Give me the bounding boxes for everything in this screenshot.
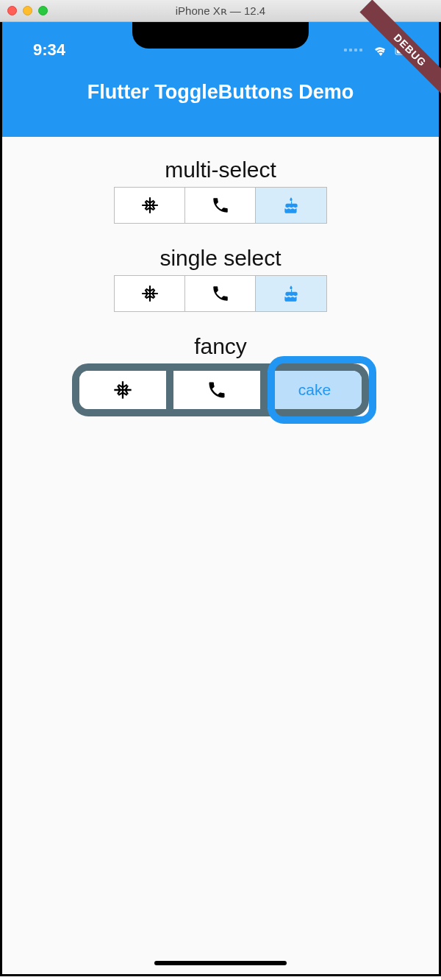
toggle-phone[interactable] (185, 276, 256, 311)
toggle-snowflake[interactable] (79, 371, 173, 409)
toggle-cake[interactable]: cake (268, 371, 362, 409)
content-area: multi-select single select (2, 137, 439, 416)
snowflake-icon (140, 284, 159, 303)
toggle-group-fancy: cake (72, 363, 369, 416)
toggle-cake[interactable] (256, 276, 326, 311)
signal-dots-icon (344, 49, 362, 52)
minimize-icon[interactable] (23, 6, 32, 15)
toggle-phone[interactable] (173, 371, 268, 409)
cake-icon (282, 284, 301, 303)
section-label: multi-select (2, 157, 439, 182)
section-fancy: fancy cake (2, 334, 439, 416)
section-single-select: single select (2, 246, 439, 312)
section-multi-select: multi-select (2, 157, 439, 224)
section-label: single select (2, 246, 439, 271)
section-label: fancy (2, 334, 439, 359)
toggle-snowflake[interactable] (115, 276, 185, 311)
phone-icon (207, 380, 227, 400)
status-time: 9:34 (33, 40, 65, 60)
toggle-group-single (114, 275, 327, 312)
home-indicator[interactable] (154, 961, 287, 965)
toggle-cake[interactable] (256, 188, 326, 223)
toggle-group-multi (114, 187, 327, 224)
simulator-screen: DEBUG 9:34 Flutter ToggleButtons Demo (0, 22, 441, 976)
app-title: Flutter ToggleButtons Demo (2, 65, 439, 104)
notch (132, 22, 309, 49)
traffic-lights (7, 6, 48, 15)
maximize-icon[interactable] (38, 6, 48, 15)
snowflake-icon (140, 196, 159, 215)
close-icon[interactable] (7, 6, 17, 15)
toggle-phone[interactable] (185, 188, 256, 223)
phone-icon (211, 284, 230, 303)
phone-icon (211, 196, 230, 215)
toggle-cake-label: cake (298, 381, 331, 399)
snowflake-icon (112, 380, 133, 400)
cake-icon (282, 196, 301, 215)
wifi-icon (373, 44, 389, 56)
toggle-snowflake[interactable] (115, 188, 185, 223)
